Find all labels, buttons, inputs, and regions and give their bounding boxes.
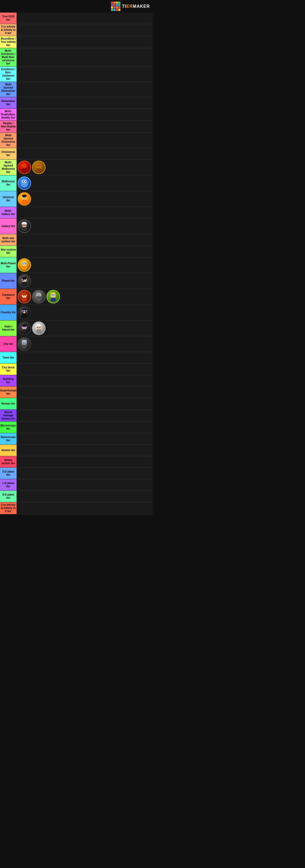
tier-row: Universe tier <box>0 191 152 207</box>
tier-label: Microscopic tier <box>0 422 16 433</box>
svg-point-58 <box>22 298 27 302</box>
character-avatar <box>18 274 31 287</box>
tier-row: Continent tier <box>0 289 152 305</box>
tier-row: Multi-Planet tier <box>0 257 152 273</box>
tier-label: Universe tier <box>0 191 16 207</box>
svg-point-97 <box>26 327 26 327</box>
svg-rect-41 <box>22 262 27 264</box>
tier-row: Microscopic tier <box>0 422 152 433</box>
tier-row: Planet tier <box>0 273 152 289</box>
tier-label: Multi-layered Multiverse tier <box>0 160 16 175</box>
tier-label: Multi-Planet tier <box>0 257 16 273</box>
tier-row: Reality / Non-Reality tier <box>0 121 152 133</box>
svg-point-102 <box>25 327 26 327</box>
tier-label: Country tier <box>0 305 16 320</box>
tier-label: Multi-Existence / Multi-Non-existence ti… <box>0 48 16 66</box>
svg-point-90 <box>25 311 26 312</box>
svg-point-113 <box>39 327 40 328</box>
character-avatar <box>18 321 31 335</box>
svg-point-96 <box>23 327 23 327</box>
tier-content <box>16 352 152 363</box>
tier-row: Dimension tier <box>0 97 152 109</box>
tier-label: Multiverse tier <box>0 175 16 191</box>
tier-content <box>16 207 152 218</box>
character-avatar <box>18 177 31 190</box>
tier-row: City tier <box>0 336 152 352</box>
character-avatar <box>18 337 31 351</box>
tier-row: State / Island tier <box>0 320 152 336</box>
svg-point-75 <box>50 298 56 302</box>
tier-content <box>16 456 152 467</box>
svg-point-122 <box>23 342 24 343</box>
tier-row: Building tier <box>0 375 152 386</box>
tier-label: State / Island tier <box>0 320 16 336</box>
character-avatar <box>32 290 45 303</box>
tier-label: Galaxy tier <box>0 218 16 234</box>
svg-point-112 <box>38 327 38 328</box>
tier-label: 0 to Infinity & Infinity to 0 tier <box>0 502 16 514</box>
svg-point-47 <box>25 264 26 265</box>
tier-content <box>16 433 152 444</box>
tier-label: 2-D plane tier <box>0 468 16 479</box>
tier-content <box>16 191 152 207</box>
tier-label: City tier <box>0 336 16 352</box>
svg-point-33 <box>23 225 24 226</box>
tier-row: Multi-RealityNon-Reality tier <box>0 109 152 121</box>
svg-point-89 <box>23 311 24 312</box>
svg-point-84 <box>22 313 27 317</box>
tier-label: Human tier <box>0 398 16 409</box>
tier-label: Dimension tier <box>0 97 16 108</box>
tier-content <box>16 445 152 456</box>
svg-rect-87 <box>26 310 26 314</box>
svg-point-55 <box>23 280 24 280</box>
svg-point-64 <box>25 295 26 296</box>
logo-text: TiERMAKER <box>122 4 150 9</box>
svg-marker-40 <box>25 260 26 262</box>
tier-row: Below atomic tier <box>0 456 152 468</box>
tiermaker-logo: TiERMAKER <box>111 2 150 11</box>
tier-row: Nanoscopic tier <box>0 433 152 445</box>
svg-point-104 <box>36 329 41 333</box>
character-avatar <box>18 258 31 272</box>
tier-content <box>16 479 152 491</box>
tier-list: True GOD tier 0 to Infinity & Infinity t… <box>0 12 152 514</box>
tier-label: 0-D plane tier <box>0 491 16 502</box>
tier-row: Below average human tier <box>0 410 152 422</box>
svg-marker-108 <box>39 323 41 325</box>
tier-row: 0 to Infinity & Infinity to 0 tier <box>0 502 152 514</box>
svg-point-2 <box>23 165 24 166</box>
tier-label: Superhuman tier <box>0 386 16 398</box>
tier-row: Multiverse tier <box>0 175 152 191</box>
svg-rect-123 <box>25 342 26 343</box>
svg-point-82 <box>54 295 55 296</box>
svg-point-19 <box>22 200 27 204</box>
tier-label: Omniverse tier <box>0 148 16 159</box>
svg-point-25 <box>25 197 26 198</box>
tier-content <box>16 121 152 132</box>
tier-label: Below average human tier <box>0 410 16 422</box>
character-avatar <box>18 220 31 233</box>
svg-point-98 <box>24 328 25 328</box>
tier-content <box>16 48 152 66</box>
tier-content <box>16 24 152 36</box>
tier-content <box>16 468 152 479</box>
tier-label: Planet tier <box>0 273 16 289</box>
svg-rect-71 <box>37 296 41 298</box>
svg-point-8 <box>36 168 42 172</box>
tier-label: Multi layered Omniverse tier <box>0 133 16 148</box>
character-avatar <box>18 161 31 174</box>
tier-row: Multi layered Dimension tier <box>0 82 152 97</box>
tier-content <box>16 502 152 514</box>
svg-point-15 <box>23 181 24 182</box>
header: TiERMAKER <box>0 0 152 12</box>
tier-content <box>16 67 152 82</box>
svg-point-56 <box>25 280 26 280</box>
tier-label: Reality / Non-Reality tier <box>0 121 16 132</box>
svg-point-34 <box>25 225 26 226</box>
tier-content <box>16 148 152 159</box>
svg-point-115 <box>22 345 27 349</box>
svg-point-10 <box>39 166 40 166</box>
character-avatar <box>32 161 45 174</box>
tier-label: Town tier <box>0 352 16 363</box>
svg-point-81 <box>52 295 53 296</box>
